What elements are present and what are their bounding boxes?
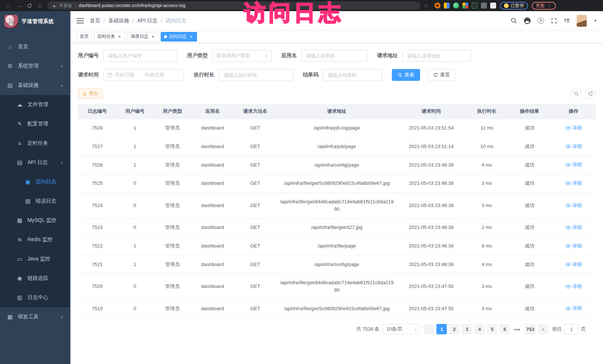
sidebar-item-file[interactable]: ☁文件管理: [0, 95, 70, 114]
filter-input-请求地址[interactable]: [402, 50, 471, 62]
table-cell: GET: [233, 299, 277, 318]
sidebar-item-config[interactable]: ✎配置管理: [0, 114, 70, 134]
table-cell: 7523: [78, 219, 117, 237]
page-button-4[interactable]: 4: [474, 324, 485, 334]
filter-input-应用名[interactable]: [301, 50, 367, 62]
sidebar-item-label: 系统管理: [18, 63, 39, 69]
forward-icon[interactable]: →: [14, 1, 24, 10]
goto-page-input[interactable]: [564, 324, 579, 334]
filter-input-结果码[interactable]: [323, 69, 382, 81]
extension-icon-5[interactable]: [472, 3, 478, 9]
back-icon[interactable]: ←: [4, 1, 13, 10]
collapse-menu-icon[interactable]: [76, 18, 84, 23]
detail-link[interactable]: 详细: [566, 283, 582, 290]
detail-link[interactable]: 详细: [566, 242, 582, 250]
detail-link[interactable]: 详细: [566, 305, 582, 312]
browser-menu-icon[interactable]: ⋮: [547, 3, 552, 8]
date-range-picker[interactable]: 开始日期 - 结束日期: [103, 69, 184, 81]
profile-paused-badge[interactable]: 已暂停: [500, 2, 528, 10]
extension-icon-6[interactable]: [481, 3, 487, 9]
reset-button[interactable]: 重置: [427, 69, 456, 81]
extension-icon-2[interactable]: [444, 3, 450, 9]
sidebar-item-log-center[interactable]: ▥日志中心: [0, 288, 70, 307]
table-cell: 7522: [78, 237, 117, 255]
extension-icon-7[interactable]: [490, 3, 496, 9]
fullscreen-icon[interactable]: [551, 18, 557, 24]
chevron-down-icon[interactable]: ▼: [594, 19, 597, 23]
breadcrumb-item[interactable]: 首页: [90, 17, 100, 24]
next-page-button[interactable]: ›: [538, 324, 548, 334]
extension-icon-3[interactable]: [453, 3, 459, 9]
detail-link[interactable]: 详细: [566, 161, 582, 168]
sidebar-item-error-log[interactable]: ▨错误日志: [0, 191, 70, 211]
filter-date-range: 请求时间 开始日期 - 结束日期: [78, 69, 184, 81]
sidebar-item-dev-tools[interactable]: ▦研发工具∨: [0, 307, 70, 327]
reload-icon[interactable]: [24, 1, 34, 10]
table-cell: 管理员: [153, 219, 192, 237]
github-icon[interactable]: [524, 17, 531, 24]
prev-page-button[interactable]: ‹: [424, 324, 434, 334]
search-button[interactable]: 搜索: [392, 69, 420, 81]
address-bar[interactable]: ▲ 不安全 | dashboard.yudao.iocoder.cn/infra…: [47, 1, 420, 10]
tab-访问日志[interactable]: 访问日志×: [161, 32, 197, 42]
table-cell: 7524: [78, 193, 117, 218]
detail-link[interactable]: 详细: [566, 261, 582, 268]
breadcrumb-item[interactable]: 基础设施: [108, 17, 129, 24]
home-icon[interactable]: ⌂: [35, 1, 45, 10]
tab-调度日志[interactable]: 调度日志×: [127, 32, 159, 42]
extension-icon-1[interactable]: [435, 3, 440, 9]
tab-定时任务[interactable]: 定时任务×: [94, 32, 125, 42]
filter-input-执行时长[interactable]: [219, 69, 293, 81]
toggle-search-button[interactable]: [571, 88, 581, 99]
breadcrumb: 首页/基础设施/API 日志/访问日志: [90, 17, 186, 24]
detail-link[interactable]: 详细: [566, 124, 582, 132]
search-icon[interactable]: [511, 17, 517, 24]
refresh-button[interactable]: [585, 88, 596, 99]
eye-icon: [566, 285, 571, 288]
close-icon[interactable]: ×: [189, 34, 194, 39]
sidebar-item-infra[interactable]: ▤基础设施∧: [0, 76, 70, 95]
extension-icon-4[interactable]: [462, 3, 468, 9]
sidebar-item-access-log[interactable]: ▣访问日志: [0, 172, 70, 191]
page-button-753[interactable]: 753: [525, 324, 536, 334]
help-icon[interactable]: ?: [538, 17, 544, 24]
table-cell: 管理员: [153, 255, 192, 274]
table-row: 75261管理员dashboardGET/api/infra/config/pa…: [78, 156, 596, 174]
page-button-3[interactable]: 3: [462, 324, 472, 334]
sidebar-item-job[interactable]: ≡定时任务: [0, 134, 70, 153]
sidebar-item-java[interactable]: ▭Java 监控: [0, 249, 70, 269]
export-button[interactable]: 导出: [78, 88, 103, 99]
user-avatar[interactable]: [577, 15, 587, 27]
app-logo-row[interactable]: 🐰 芋道管理系统: [0, 11, 70, 32]
page-button-2[interactable]: 2: [449, 324, 459, 334]
page-button-1[interactable]: 1: [436, 324, 447, 334]
close-icon[interactable]: ×: [117, 34, 122, 39]
table-cell: 成功: [508, 174, 552, 193]
page-button-5[interactable]: 5: [487, 324, 497, 334]
page-button-6[interactable]: 6: [499, 324, 510, 334]
table-cell: 成功: [508, 156, 552, 174]
sidebar-item-trace[interactable]: ◉链路追踪: [0, 269, 70, 288]
breadcrumb-item[interactable]: API 日志: [137, 17, 157, 24]
date-range-separator: -: [137, 72, 142, 78]
java-icon: ▭: [16, 256, 23, 262]
sidebar-item-system[interactable]: ⚙系统管理∨: [0, 56, 70, 76]
detail-link[interactable]: 详细: [566, 143, 582, 150]
more-pages-icon[interactable]: •••: [512, 324, 522, 334]
font-size-icon[interactable]: TT: [564, 17, 570, 24]
detail-link[interactable]: 详细: [566, 180, 582, 187]
page-size-select[interactable]: 10条/页 ∨: [383, 324, 420, 334]
sidebar-item-mysql[interactable]: ▦MySQL 监控: [0, 211, 70, 230]
detail-link[interactable]: 详细: [566, 202, 582, 209]
tab-首页[interactable]: 首页: [76, 32, 92, 42]
bookmark-star-icon[interactable]: ☆: [422, 1, 430, 10]
close-icon[interactable]: ×: [150, 34, 155, 39]
sidebar-item-home[interactable]: ⌂首页: [0, 37, 70, 56]
filter-input-用户编号[interactable]: [103, 50, 177, 62]
filter-select-用户类型[interactable]: 请选择用户类型∨: [212, 50, 272, 62]
sidebar-item-api-log[interactable]: ▤API 日志∧: [0, 153, 70, 172]
filter-row-2: 请求时间 开始日期 - 结束日期 执行时长结果码 搜索: [78, 69, 596, 81]
browser-update-button[interactable]: 更新 ⋮: [532, 2, 556, 10]
detail-link[interactable]: 详细: [566, 224, 582, 231]
sidebar-item-redis[interactable]: ≋Redis 监控: [0, 230, 70, 249]
